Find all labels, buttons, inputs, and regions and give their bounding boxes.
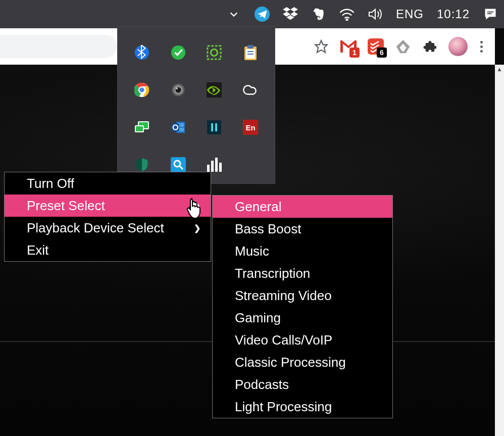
outlook-icon[interactable]	[168, 117, 188, 137]
context-menu-item[interactable]: Turn Off	[5, 172, 211, 195]
pause-app-icon[interactable]	[204, 117, 224, 137]
volume-icon[interactable]	[368, 7, 383, 22]
context-menu-item[interactable]: Playback Device Select❯	[5, 217, 211, 239]
address-bar[interactable]	[0, 35, 117, 58]
preset-item-label: Gaming	[235, 310, 281, 326]
svg-rect-40	[207, 165, 210, 172]
svg-rect-2	[487, 12, 493, 13]
svg-rect-26	[136, 126, 143, 131]
preset-item[interactable]: Streaming Video	[213, 284, 392, 307]
preset-item[interactable]: Music	[213, 240, 392, 262]
clipboard-icon[interactable]	[240, 42, 261, 63]
preset-item-label: Streaming Video	[235, 288, 332, 304]
menu-item-label: Exit	[27, 243, 48, 258]
extensions-puzzle-icon[interactable]	[421, 37, 439, 56]
chrome-icon[interactable]	[132, 80, 152, 100]
empty-slot	[240, 155, 261, 175]
preset-submenu: GeneralBass BoostMusicTranscriptionStrea…	[212, 195, 393, 418]
svg-rect-33	[211, 123, 213, 131]
svg-rect-15	[247, 54, 254, 55]
svg-point-21	[176, 87, 178, 89]
svg-point-1	[346, 19, 348, 21]
submenu-arrow-icon: ❯	[194, 223, 200, 233]
todoist-badge: 6	[377, 47, 387, 58]
bluetooth-icon[interactable]	[132, 42, 152, 63]
preset-item-label: Transcription	[235, 266, 310, 281]
scroll-up-arrow-icon[interactable]: ▲	[495, 65, 504, 74]
gmail-icon[interactable]: 1	[339, 37, 358, 56]
svg-point-8	[171, 45, 185, 60]
preset-item-label: Bass Boost	[235, 221, 301, 237]
preset-item[interactable]: Bass Boost	[213, 218, 392, 240]
preset-item-label: General	[235, 199, 282, 215]
nvidia-icon[interactable]	[204, 80, 224, 100]
svg-rect-42	[215, 158, 218, 172]
gmail-badge: 1	[349, 47, 360, 58]
preset-item-label: Light Processing	[235, 399, 332, 415]
preset-item[interactable]: Gaming	[213, 307, 392, 329]
tray-overflow-chevron-icon[interactable]	[226, 7, 241, 22]
context-menu-item[interactable]: Preset Select❯	[5, 195, 211, 217]
preset-item-label: Music	[235, 244, 269, 259]
menu-item-label: Playback Device Select	[27, 220, 164, 236]
context-menu-item[interactable]: Exit	[5, 239, 211, 261]
vertical-scrollbar[interactable]: ▲	[495, 65, 504, 436]
notifications-icon[interactable]	[483, 7, 498, 22]
svg-rect-37	[171, 157, 186, 172]
context-menu: Turn OffPreset Select❯Playback Device Se…	[4, 172, 211, 262]
preset-item[interactable]: Transcription	[213, 262, 392, 284]
svg-rect-41	[211, 161, 214, 172]
svg-point-10	[211, 49, 218, 56]
svg-rect-34	[215, 123, 217, 131]
svg-rect-9	[208, 46, 221, 59]
svg-rect-3	[487, 13, 492, 14]
tray-overflow-panel: En	[117, 26, 275, 184]
browser-menu-icon[interactable]	[477, 37, 486, 56]
language-indicator[interactable]: ENG	[396, 7, 424, 21]
greenshot-icon[interactable]	[204, 42, 224, 63]
svg-text:En: En	[246, 123, 256, 132]
bookmark-star-icon[interactable]	[312, 37, 330, 56]
preset-item[interactable]: Podcasts	[213, 373, 392, 396]
feedly-icon[interactable]	[394, 37, 412, 56]
taskbar: ENG 10:12	[0, 0, 504, 28]
preset-item[interactable]: Classic Processing	[213, 351, 392, 373]
menu-item-label: Turn Off	[27, 176, 74, 191]
sync-ok-icon[interactable]	[168, 42, 188, 63]
svg-rect-32	[207, 120, 221, 134]
profile-avatar[interactable]	[448, 37, 468, 56]
clock[interactable]: 10:12	[437, 7, 470, 21]
svg-marker-4	[315, 40, 327, 52]
menu-item-label: Preset Select	[27, 198, 105, 214]
en-app-icon[interactable]: En	[240, 117, 261, 137]
preset-item[interactable]: Light Processing	[213, 396, 392, 418]
speaker-icon[interactable]	[168, 80, 188, 100]
evernote-icon[interactable]	[311, 7, 326, 22]
preset-item-label: Podcasts	[235, 377, 289, 393]
todoist-icon[interactable]: 6	[367, 37, 385, 56]
telegram-icon[interactable]	[255, 7, 270, 22]
submenu-arrow-icon: ❯	[194, 201, 200, 211]
dropbox-icon[interactable]	[283, 7, 298, 22]
display-icon[interactable]	[132, 117, 152, 137]
creative-cloud-icon[interactable]	[240, 80, 261, 100]
wifi-icon[interactable]	[339, 7, 355, 22]
svg-rect-14	[247, 51, 254, 52]
preset-item-label: Video Calls/VoIP	[235, 332, 332, 348]
svg-rect-43	[219, 163, 222, 172]
preset-item-label: Classic Processing	[235, 355, 346, 370]
preset-item[interactable]: General	[213, 196, 392, 218]
svg-rect-12	[247, 45, 254, 49]
preset-item[interactable]: Video Calls/VoIP	[213, 329, 392, 351]
